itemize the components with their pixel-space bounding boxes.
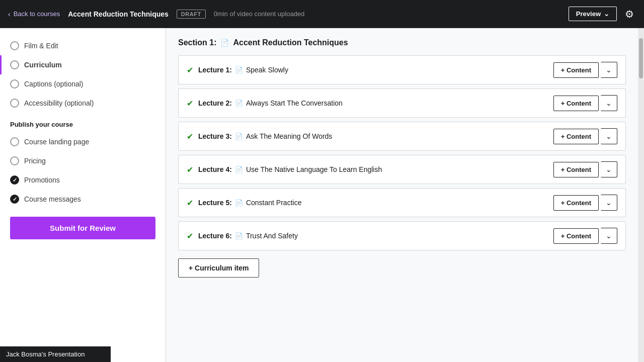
lecture-file-icon: 📄 [235, 232, 243, 240]
lecture-row: ✔ Lecture 5: 📄 Constant Practice + Conte… [178, 188, 626, 217]
lecture-row-left: ✔ Lecture 3: 📄 Ask The Meaning Of Words [187, 132, 553, 141]
content-btn-label: + Content [561, 100, 591, 107]
preview-label: Preview [576, 10, 601, 18]
lecture-file-icon: 📄 [235, 100, 243, 107]
main-layout: Film & Edit Curriculum Captions (optiona… [0, 28, 644, 362]
lecture-number: Lecture 5: [198, 199, 232, 207]
lecture-title: Speak Slowly [246, 66, 288, 74]
lecture-label: Lecture 6: 📄 Trust And Safety [198, 232, 298, 240]
sidebar-item-pricing[interactable]: Pricing [0, 151, 166, 170]
upload-status: 0min of video content uploaded [214, 10, 305, 18]
radio-course-messages [10, 195, 19, 204]
lecture-file-icon: 📄 [235, 133, 243, 140]
lecture-expand-button-1[interactable]: ⌄ [601, 62, 617, 78]
lecture-expand-button-5[interactable]: ⌄ [601, 195, 617, 211]
content-area: Section 1: 📄 Accent Reduction Techniques… [166, 28, 638, 362]
bottom-status-text: Jack Bosma's Presentation [6, 350, 85, 358]
sidebar-item-curriculum[interactable]: Curriculum [0, 55, 166, 74]
lecture-row-right: + Content ⌄ [553, 95, 617, 111]
content-btn-label: + Content [561, 133, 591, 140]
settings-button[interactable]: ⚙ [623, 6, 636, 22]
radio-accessibility [10, 99, 19, 108]
content-button-2[interactable]: + Content [553, 96, 599, 111]
back-chevron-icon: ‹ [8, 10, 11, 18]
lecture-title: Constant Practice [246, 199, 302, 207]
content-btn-label: + Content [561, 232, 591, 240]
lecture-row: ✔ Lecture 2: 📄 Always Start The Conversa… [178, 88, 626, 118]
lecture-title: Trust And Safety [246, 232, 298, 240]
lecture-expand-button-4[interactable]: ⌄ [601, 161, 617, 177]
content-button-6[interactable]: + Content [553, 228, 599, 244]
sidebar-item-course-landing[interactable]: Course landing page [0, 132, 166, 151]
lecture-number: Lecture 3: [198, 132, 232, 140]
lecture-check-icon: ✔ [187, 198, 193, 208]
content-button-1[interactable]: + Content [553, 62, 599, 78]
sidebar-item-captions[interactable]: Captions (optional) [0, 74, 166, 94]
content-button-5[interactable]: + Content [553, 195, 599, 211]
draft-badge: DRAFT [177, 10, 206, 19]
navbar: ‹ Back to courses Accent Reduction Techn… [0, 0, 644, 28]
lecture-check-icon: ✔ [187, 99, 193, 108]
lecture-row-left: ✔ Lecture 1: 📄 Speak Slowly [187, 65, 553, 75]
content-button-4[interactable]: + Content [553, 162, 599, 177]
radio-promotions [10, 175, 19, 185]
right-scrollbar[interactable] [638, 28, 644, 362]
lecture-file-icon: 📄 [235, 66, 243, 74]
back-to-courses-link[interactable]: ‹ Back to courses [8, 10, 60, 18]
lecture-label: Lecture 4: 📄 Use The Native Language To … [198, 165, 382, 173]
sidebar-label-promotions: Promotions [24, 176, 60, 184]
lecture-row-right: + Content ⌄ [553, 195, 617, 211]
section-icon: 📄 [220, 39, 229, 47]
lecture-file-icon: 📄 [235, 166, 243, 173]
lecture-title: Use The Native Language To Learn English [246, 165, 382, 173]
lecture-row: ✔ Lecture 3: 📄 Ask The Meaning Of Words … [178, 122, 626, 151]
preview-button[interactable]: Preview ⌄ [569, 7, 617, 21]
lecture-check-icon: ✔ [187, 231, 193, 241]
lecture-row-left: ✔ Lecture 5: 📄 Constant Practice [187, 198, 553, 208]
lecture-number: Lecture 2: [198, 99, 232, 107]
add-curriculum-item-button[interactable]: + Curriculum item [178, 258, 259, 278]
sidebar-item-course-messages[interactable]: Course messages [0, 190, 166, 209]
sidebar-label-accessibility: Accessibility (optional) [24, 99, 94, 107]
lecture-label: Lecture 5: 📄 Constant Practice [198, 199, 301, 207]
section-label: Section 1: [178, 38, 216, 47]
submit-for-review-button[interactable]: Submit for Review [10, 217, 155, 239]
lecture-file-icon: 📄 [235, 199, 243, 207]
lecture-row-right: + Content ⌄ [553, 161, 617, 177]
lecture-row-left: ✔ Lecture 4: 📄 Use The Native Language T… [187, 165, 553, 174]
lecture-row-right: + Content ⌄ [553, 62, 617, 78]
navbar-right: Preview ⌄ ⚙ [569, 6, 636, 22]
sidebar-label-course-landing: Course landing page [24, 138, 89, 146]
lecture-expand-button-6[interactable]: ⌄ [601, 228, 617, 244]
preview-chevron-icon: ⌄ [604, 10, 609, 18]
radio-curriculum [10, 60, 19, 69]
lecture-row: ✔ Lecture 6: 📄 Trust And Safety + Conten… [178, 221, 626, 250]
content-btn-label: + Content [561, 199, 591, 207]
scrollbar-thumb [639, 38, 643, 78]
lecture-row-left: ✔ Lecture 6: 📄 Trust And Safety [187, 231, 553, 241]
lecture-title: Always Start The Conversation [246, 99, 343, 107]
settings-icon: ⚙ [625, 9, 634, 20]
lecture-label: Lecture 3: 📄 Ask The Meaning Of Words [198, 132, 332, 140]
section-header: Section 1: 📄 Accent Reduction Techniques [178, 38, 626, 47]
bottom-status-bar: Jack Bosma's Presentation [0, 346, 111, 362]
sidebar-label-pricing: Pricing [24, 157, 46, 165]
publish-section-heading: Publish your course [0, 113, 166, 132]
lectures-list: ✔ Lecture 1: 📄 Speak Slowly + Content ⌄ … [178, 55, 626, 250]
lecture-check-icon: ✔ [187, 65, 193, 75]
lecture-expand-button-2[interactable]: ⌄ [601, 95, 617, 111]
sidebar-item-promotions[interactable]: Promotions [0, 170, 166, 190]
sidebar-label-film-edit: Film & Edit [24, 42, 58, 50]
lecture-check-icon: ✔ [187, 132, 193, 141]
section-title: Accent Reduction Techniques [233, 38, 348, 47]
lecture-number: Lecture 6: [198, 232, 232, 240]
lecture-number: Lecture 1: [198, 66, 232, 74]
sidebar-item-film-edit[interactable]: Film & Edit [0, 36, 166, 55]
lecture-row-right: + Content ⌄ [553, 128, 617, 144]
sidebar-item-accessibility[interactable]: Accessibility (optional) [0, 94, 166, 113]
radio-captions [10, 79, 19, 88]
content-button-3[interactable]: + Content [553, 129, 599, 144]
content-btn-label: + Content [561, 66, 591, 74]
lecture-expand-button-3[interactable]: ⌄ [601, 128, 617, 144]
content-btn-label: + Content [561, 166, 591, 173]
